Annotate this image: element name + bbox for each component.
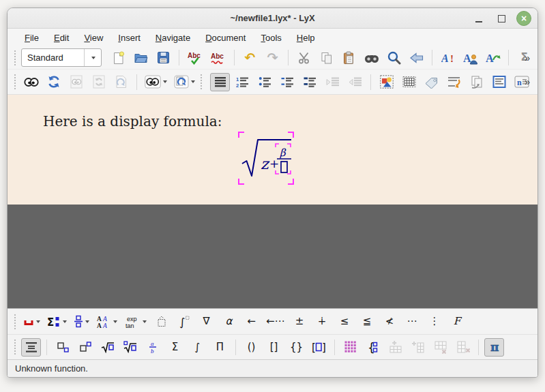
copy-button[interactable] — [316, 48, 336, 67]
maximize-button[interactable] — [494, 11, 509, 26]
plus-minus-button[interactable]: ± — [290, 312, 310, 331]
cut-button[interactable] — [294, 48, 314, 67]
minimize-button[interactable] — [471, 11, 486, 26]
math-inset[interactable]: z + β — [238, 132, 294, 185]
undo-button[interactable]: ↶ — [240, 48, 260, 67]
numbered-list-button[interactable]: 12 — [233, 73, 252, 91]
arrow-left-button[interactable]: ← — [241, 312, 261, 331]
product-button[interactable]: Π — [210, 338, 230, 357]
parentheses-button[interactable]: () — [241, 338, 261, 357]
dot-plus-button[interactable]: ∔ — [312, 312, 332, 331]
empty-denominator-box[interactable] — [281, 162, 287, 172]
insert-table-button[interactable] — [399, 73, 419, 91]
insert-graphics-button[interactable] — [377, 73, 396, 91]
labeled-list-button[interactable] — [278, 73, 297, 91]
paste-icon — [342, 51, 355, 65]
big-operators-menu[interactable]: Σ — [45, 312, 69, 331]
menu-bar: File Edit View Insert Navigate Document … — [8, 29, 537, 46]
toolbar-grip[interactable] — [14, 50, 17, 65]
fraction-menu[interactable] — [72, 312, 91, 331]
long-arrow-button[interactable]: ←⋯ — [264, 312, 287, 331]
integral-button-glyph: ∫ — [195, 342, 201, 352]
toolbar-grip[interactable] — [14, 314, 17, 329]
view-button[interactable] — [21, 73, 41, 91]
math-font-menu[interactable]: AAAA — [94, 312, 119, 331]
document-page[interactable]: Here is a display formula: z + β — [8, 95, 537, 205]
new-document-button[interactable] — [108, 48, 128, 67]
insert-label-button[interactable] — [422, 73, 441, 91]
toolbar-overflow-button[interactable]: » — [521, 52, 533, 63]
apply-last-style-button[interactable]: A — [483, 48, 503, 67]
menu-edit[interactable]: Edit — [54, 33, 69, 43]
itemize-list-button[interactable] — [255, 73, 275, 91]
frac-ab-icon: ab — [149, 340, 157, 354]
page-refresh-blue-icon — [174, 75, 189, 89]
cases-button[interactable]: { — [363, 338, 383, 357]
update-button[interactable] — [44, 73, 63, 91]
toolbar-overflow-button[interactable]: » — [521, 76, 533, 87]
redo-button[interactable]: ↷ — [263, 48, 282, 67]
find-advanced-button[interactable] — [384, 48, 404, 67]
nabla-button[interactable]: ∇ — [196, 312, 216, 331]
toolbar-grip[interactable] — [201, 74, 203, 89]
add-column-button — [408, 338, 428, 357]
toolbar-grip[interactable] — [14, 340, 17, 355]
subscript-button[interactable] — [53, 338, 72, 357]
description-list-button[interactable] — [300, 73, 320, 91]
open-document-button[interactable] — [131, 48, 151, 67]
red-space-icon — [23, 316, 34, 327]
mathcal-F-button[interactable]: F — [447, 312, 467, 331]
update-icon — [47, 75, 61, 89]
leqq-button[interactable]: ≦ — [357, 312, 377, 331]
menu-navigate[interactable]: Navigate — [156, 33, 190, 43]
integral-button[interactable]: ∫ — [188, 338, 207, 357]
cdots-button[interactable]: ⋯ — [402, 312, 422, 331]
math-space-menu[interactable] — [21, 312, 42, 331]
menu-document[interactable]: Document — [205, 33, 246, 43]
menu-insert[interactable]: Insert — [118, 33, 141, 43]
square-root-button[interactable] — [98, 338, 117, 357]
fraction-button[interactable]: ab — [143, 338, 162, 357]
magnifier-icon — [387, 50, 401, 65]
insert-citation-button[interactable] — [444, 73, 464, 91]
view-other-formats-button[interactable] — [143, 73, 169, 91]
delimiters-button[interactable]: [] — [309, 338, 329, 357]
integral-limits-button[interactable]: ∫ — [174, 312, 194, 331]
titlebar[interactable]: ~/newfile1.lyx* - LyX × — [8, 8, 537, 29]
continuous-spellcheck-toggle[interactable]: Abc — [208, 48, 229, 67]
paragraph-settings-button[interactable] — [210, 73, 230, 91]
paste-button[interactable] — [339, 48, 359, 67]
greek-alpha-button[interactable]: α — [219, 312, 239, 331]
update-other-formats-button[interactable] — [172, 73, 197, 91]
paragraph-style-select[interactable]: Standard — [21, 48, 102, 67]
square-brackets-button[interactable]: [] — [264, 338, 284, 357]
spellcheck-button[interactable]: Abc — [185, 48, 205, 67]
curly-braces-button[interactable]: {} — [286, 338, 306, 357]
nth-root-button[interactable] — [120, 338, 140, 357]
document-paragraph[interactable]: Here is a display formula: — [43, 113, 222, 130]
menu-view[interactable]: View — [84, 33, 103, 43]
vdots-button[interactable]: ⋮ — [425, 312, 445, 331]
matrix-button[interactable] — [340, 338, 360, 357]
menu-help[interactable]: Help — [297, 33, 315, 43]
noun-style-toggle[interactable]: A — [460, 48, 480, 67]
view-edit-toolbar-buttons: 12n — [21, 73, 521, 91]
find-replace-button[interactable] — [362, 48, 381, 67]
not-less-button[interactable]: ≮ — [380, 312, 400, 331]
navigate-back-button[interactable] — [407, 48, 426, 67]
leq-button[interactable]: ≤ — [335, 312, 355, 331]
frame-decoration-button[interactable] — [151, 312, 171, 331]
toolbar-grip[interactable] — [14, 74, 17, 89]
superscript-button[interactable] — [75, 338, 95, 357]
math-toolbar-toggle[interactable]: π — [484, 338, 504, 357]
display-formula-toggle[interactable] — [21, 338, 41, 357]
menu-file[interactable]: File — [25, 33, 39, 43]
insert-index-entry-button[interactable] — [489, 73, 509, 91]
insert-cross-reference-button[interactable] — [467, 73, 486, 91]
save-document-button[interactable] — [153, 48, 173, 67]
sum-button[interactable]: Σ — [165, 338, 185, 357]
functions-menu[interactable]: exptan — [122, 312, 149, 331]
menu-tools[interactable]: Tools — [261, 33, 281, 43]
emphasis-toggle[interactable]: A! — [438, 48, 458, 67]
close-button[interactable]: × — [516, 11, 531, 26]
